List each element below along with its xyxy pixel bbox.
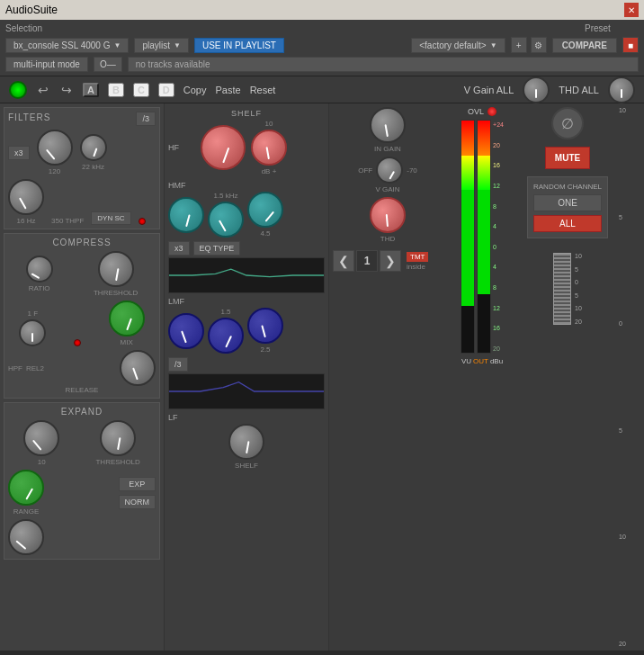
lmf-label: LMF bbox=[168, 297, 325, 306]
top-bar-row1: Selection Preset bbox=[5, 23, 639, 33]
expand-section: EXPAND 10 THRESHOLD bbox=[4, 402, 160, 560]
hf-gain-knob[interactable] bbox=[251, 130, 287, 166]
compress-ratio-knob[interactable] bbox=[26, 256, 53, 283]
compress-release-knob[interactable] bbox=[120, 350, 156, 386]
meter-red-zone bbox=[461, 121, 474, 156]
eq-type-button[interactable]: EQ TYPE bbox=[193, 241, 241, 256]
filter-khz-knob[interactable] bbox=[80, 134, 107, 161]
right-scale: 10 5 0 5 10 20 bbox=[617, 103, 644, 651]
filter-low-knob[interactable] bbox=[8, 179, 44, 215]
filter-high-label: 120 bbox=[49, 167, 60, 175]
preset-a-button[interactable]: A bbox=[83, 83, 99, 97]
compress-f-knob[interactable] bbox=[19, 319, 46, 346]
left-section: FILTERS /3 x3 120 bbox=[0, 103, 165, 651]
compress-led bbox=[74, 339, 81, 346]
exp-button[interactable]: EXP bbox=[119, 477, 157, 491]
prev-channel-button[interactable]: ❮ bbox=[333, 250, 354, 272]
in-gain-knob[interactable] bbox=[370, 107, 406, 143]
thd-all-knob[interactable] bbox=[608, 76, 635, 103]
expand-knob-bottom[interactable] bbox=[8, 519, 44, 555]
meter-green-zone bbox=[461, 190, 474, 306]
undo-button[interactable]: ↩ bbox=[36, 83, 50, 97]
paste-button[interactable]: Paste bbox=[216, 85, 241, 95]
preset-c-button[interactable]: C bbox=[133, 83, 149, 97]
top-bar: Selection Preset bx_console SSL 4000 G p… bbox=[0, 20, 644, 76]
preset-d-button[interactable]: D bbox=[158, 83, 174, 97]
factory-default-dropdown[interactable]: <factory default> bbox=[411, 38, 505, 53]
playlist-dropdown[interactable]: playlist bbox=[134, 38, 189, 53]
hf-db-label: dB + bbox=[262, 167, 277, 175]
expand-threshold-label: THRESHOLD bbox=[95, 458, 139, 466]
compress-mix-knob[interactable] bbox=[109, 301, 145, 336]
lmf-freq-knob[interactable] bbox=[168, 313, 204, 349]
expand-knob1[interactable] bbox=[23, 420, 59, 456]
random-channel-title: RANDOM CHANNEL bbox=[533, 183, 602, 191]
meter-bottom-labels: VU OUT dBu bbox=[461, 357, 503, 365]
norm-button[interactable]: NORM bbox=[119, 495, 157, 509]
filters-slash3-button[interactable]: /3 bbox=[136, 112, 156, 126]
next-channel-button[interactable]: ❯ bbox=[380, 250, 401, 272]
compress-title: COMPRESS bbox=[8, 238, 156, 247]
filter-high-knob[interactable] bbox=[37, 130, 73, 166]
hmf-freq-knob[interactable] bbox=[168, 197, 204, 233]
compress-threshold-knob[interactable] bbox=[98, 251, 134, 287]
hf-freq-knob[interactable] bbox=[201, 125, 246, 170]
redo-button[interactable]: ↪ bbox=[59, 83, 74, 97]
meter-section: OVL bbox=[446, 103, 518, 651]
compress-ratio-label: RATIO bbox=[29, 284, 50, 292]
close-button[interactable]: ✕ bbox=[624, 3, 639, 17]
v-gain-knob[interactable] bbox=[376, 157, 403, 184]
reset-button[interactable]: Reset bbox=[250, 85, 276, 95]
shelf-top-title: SHELF bbox=[231, 109, 262, 118]
power-button[interactable] bbox=[9, 81, 27, 99]
hf-label: HF bbox=[168, 143, 195, 152]
lmf-slash3-button[interactable]: /3 bbox=[168, 357, 188, 372]
out-label: OUT bbox=[473, 357, 488, 365]
preset-b-button[interactable]: B bbox=[108, 83, 124, 97]
compare-button[interactable]: COMPARE bbox=[552, 38, 617, 53]
channel-number: 1 bbox=[356, 250, 378, 272]
tracks-available-label: no tracks available bbox=[128, 57, 639, 72]
hmf-gain-knob[interactable] bbox=[208, 202, 244, 238]
title-bar: AudioSuite ✕ bbox=[0, 0, 644, 20]
main-fader[interactable] bbox=[553, 253, 571, 325]
expand-range-label: RANGE bbox=[13, 507, 39, 516]
dyn-sc-button[interactable]: DYN SC bbox=[91, 211, 130, 225]
in-gain-section: IN GAIN bbox=[333, 107, 443, 153]
save-icon[interactable]: ■ bbox=[622, 37, 639, 53]
filters-x3-button[interactable]: x3 bbox=[8, 146, 30, 160]
inside-label: inside bbox=[407, 263, 428, 271]
hmf-x3-button[interactable]: x3 bbox=[168, 241, 190, 256]
mute-button[interactable]: MUTE bbox=[545, 147, 590, 169]
hmf-q-knob[interactable] bbox=[247, 192, 283, 228]
expand-range-knob[interactable] bbox=[8, 470, 44, 506]
phase-button[interactable]: ∅ bbox=[551, 107, 584, 139]
tmt-badge: TMT bbox=[407, 252, 428, 262]
plus-button[interactable]: + bbox=[511, 37, 527, 53]
thd-knob[interactable] bbox=[370, 197, 406, 233]
one-button[interactable]: ONE bbox=[533, 194, 602, 211]
vu-label: VU bbox=[461, 357, 471, 365]
plugin-name-dropdown[interactable]: bx_console SSL 4000 G bbox=[5, 38, 129, 53]
lmf-eq-display bbox=[168, 373, 325, 409]
thd-all-label: THD ALL bbox=[559, 85, 599, 95]
v-gain-all-knob[interactable] bbox=[523, 76, 550, 103]
expand-threshold-knob[interactable] bbox=[100, 420, 136, 456]
multi-input-button[interactable]: multi-input mode bbox=[5, 57, 88, 72]
right-section: IN GAIN OFF -70 V GAIN bbox=[329, 103, 644, 651]
lmf-q-knob[interactable] bbox=[247, 308, 283, 344]
meter-bars: +24 20 16 12 8 4 0 4 8 12 16 20 bbox=[461, 120, 504, 354]
lf-knob[interactable] bbox=[228, 424, 264, 460]
use-in-playlist-button[interactable]: USE IN PLAYLIST bbox=[194, 38, 284, 53]
v-gain-all-label: V Gain ALL bbox=[464, 85, 514, 95]
hmf-label: HMF bbox=[168, 181, 325, 190]
all-button[interactable]: ALL bbox=[533, 215, 602, 232]
settings-button[interactable]: ⚙ bbox=[531, 37, 547, 53]
filter-khz-label: 22 kHz bbox=[82, 163, 104, 171]
thd-label: THD bbox=[380, 235, 395, 243]
compress-release-label: RELEASE bbox=[8, 386, 156, 394]
copy-button[interactable]: Copy bbox=[183, 85, 207, 95]
compress-threshold-label: THRESHOLD bbox=[94, 289, 138, 297]
meter-scale: +24 20 16 12 8 4 0 4 8 12 16 20 bbox=[493, 120, 504, 354]
lmf-gain-knob[interactable] bbox=[208, 318, 244, 354]
